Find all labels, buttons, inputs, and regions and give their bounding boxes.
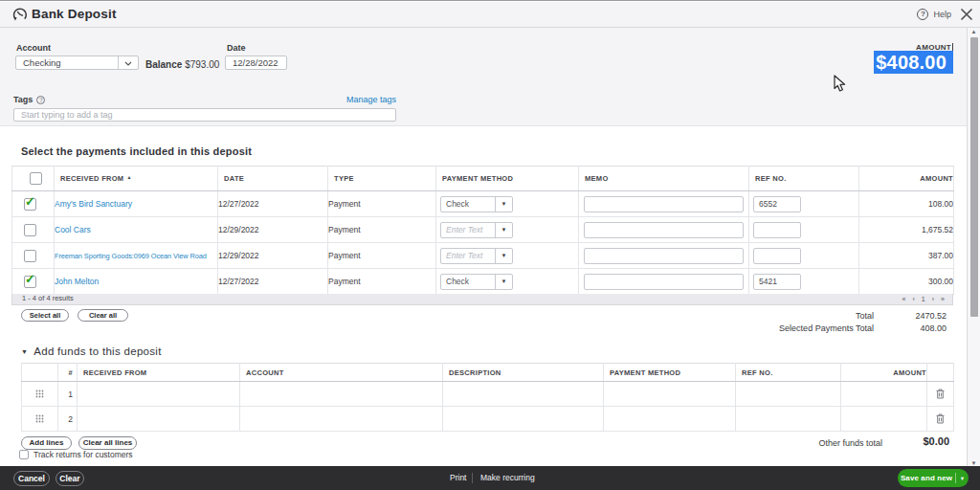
clear-all-lines-button[interactable]: Clear all lines xyxy=(78,436,137,450)
save-and-new-button[interactable]: Save and new ▼ xyxy=(898,469,969,487)
manage-tags-link[interactable]: Manage tags xyxy=(343,95,396,104)
amount-input-selected[interactable]: $408.00 xyxy=(874,51,953,74)
page-number: 1 xyxy=(922,295,925,304)
row-checkbox[interactable] xyxy=(24,224,36,236)
customer-link[interactable]: Freeman Sporting Goods:0969 Ocean View R… xyxy=(55,252,207,260)
add-funds-row: 2 xyxy=(22,407,954,432)
payment-method-select[interactable]: Enter Text▼ xyxy=(440,222,513,238)
payment-amount: 387.00 xyxy=(859,243,954,269)
track-returns-checkbox[interactable] xyxy=(19,450,29,459)
pagination: « ‹ 1 › » xyxy=(902,295,945,304)
cancel-button[interactable]: Cancel xyxy=(13,471,50,486)
clear-all-button[interactable]: Clear all xyxy=(78,309,128,322)
col-received-from[interactable]: RECEIVED FROM▲ xyxy=(55,167,218,191)
ref-no-cell[interactable] xyxy=(736,382,841,407)
memo-input[interactable] xyxy=(584,196,744,212)
scroll-up-icon[interactable]: ▲ xyxy=(968,29,980,34)
payment-method-select[interactable]: Enter Text▼ xyxy=(440,248,513,264)
check-icon: ✓ xyxy=(25,273,35,285)
mouse-cursor xyxy=(834,75,848,93)
memo-input[interactable] xyxy=(584,274,744,290)
page-first-button[interactable]: « xyxy=(902,295,906,304)
payment-date: 12/29/2022 xyxy=(218,243,328,269)
ref-no-input[interactable] xyxy=(753,274,801,290)
payment-method-cell[interactable] xyxy=(604,407,736,432)
ref-no-cell[interactable] xyxy=(736,407,841,432)
tags-help-icon[interactable]: ? xyxy=(36,96,45,104)
ref-no-input[interactable] xyxy=(753,248,801,264)
col-ref-no[interactable]: REF NO. xyxy=(749,167,859,191)
col-memo[interactable]: MEMO xyxy=(579,167,749,191)
col-line-number: # xyxy=(58,364,78,382)
page-prev-button[interactable]: ‹ xyxy=(913,295,915,304)
col-ref-no: REF NO. xyxy=(736,364,841,382)
payment-method-select[interactable]: Check▼ xyxy=(440,196,513,212)
payment-date: 12/27/2022 xyxy=(218,269,328,295)
page-title: Bank Deposit xyxy=(32,2,117,27)
help-button[interactable]: ? Help xyxy=(917,2,951,27)
col-account: ACCOUNT xyxy=(240,364,443,382)
row-checkbox[interactable] xyxy=(24,250,36,262)
account-cell[interactable] xyxy=(240,382,443,407)
amount-cell[interactable] xyxy=(841,382,927,407)
sort-asc-icon: ▲ xyxy=(126,174,131,180)
row-checkbox[interactable]: ✓ xyxy=(24,276,36,288)
add-funds-table: # RECEIVED FROM ACCOUNT DESCRIPTION PAYM… xyxy=(21,363,954,432)
col-amount[interactable]: AMOUNT xyxy=(859,167,954,191)
scrollbar-thumb[interactable] xyxy=(970,37,978,317)
make-recurring-button[interactable]: Make recurring xyxy=(480,466,535,490)
received-from-cell[interactable] xyxy=(78,382,240,407)
col-payment-method[interactable]: PAYMENT METHOD xyxy=(436,167,579,191)
chevron-down-icon[interactable]: ▼ xyxy=(956,476,969,481)
balance-value: $793.00 xyxy=(185,59,219,70)
payment-amount: 108.00 xyxy=(859,191,954,217)
clear-button[interactable]: Clear xyxy=(56,471,84,486)
payment-method-select[interactable]: Check▼ xyxy=(440,274,513,290)
drag-handle-icon[interactable] xyxy=(35,414,44,423)
page-next-button[interactable]: › xyxy=(932,295,934,304)
total-value: 2470.52 xyxy=(915,311,947,321)
customer-link[interactable]: John Melton xyxy=(55,277,99,286)
payment-type: Payment xyxy=(328,191,436,217)
col-date[interactable]: DATE xyxy=(218,167,328,191)
date-input[interactable] xyxy=(225,56,287,70)
close-icon[interactable] xyxy=(961,9,972,20)
line-number: 2 xyxy=(58,407,78,432)
payment-method-cell[interactable] xyxy=(604,382,736,407)
drag-handle-icon[interactable] xyxy=(35,390,44,398)
top-header-bar: Bank Deposit ? Help xyxy=(0,2,980,28)
vertical-scrollbar[interactable]: ▲ ▼ xyxy=(967,28,980,467)
print-button[interactable]: Print xyxy=(450,466,466,490)
trash-icon[interactable] xyxy=(936,389,945,399)
memo-input[interactable] xyxy=(584,222,744,238)
account-label: Account xyxy=(16,43,51,53)
tags-input[interactable] xyxy=(13,108,396,122)
select-all-checkbox[interactable] xyxy=(30,172,42,185)
description-cell[interactable] xyxy=(443,407,604,432)
page-last-button[interactable]: » xyxy=(941,295,945,304)
row-checkbox[interactable]: ✓ xyxy=(24,198,36,211)
add-funds-row: 1 xyxy=(22,382,954,407)
add-funds-heading[interactable]: ▼Add funds to this deposit xyxy=(21,345,162,357)
other-funds-value: $0.00 xyxy=(923,435,949,447)
customer-link[interactable]: Cool Cars xyxy=(55,225,91,234)
received-from-cell[interactable] xyxy=(78,407,240,432)
select-all-button[interactable]: Select all xyxy=(21,309,69,322)
ref-no-input[interactable] xyxy=(753,222,801,238)
account-select[interactable]: Checking xyxy=(15,56,139,70)
ref-no-input[interactable] xyxy=(753,196,801,212)
customer-link[interactable]: Amy's Bird Sanctuary xyxy=(55,199,132,209)
col-payment-method: PAYMENT METHOD xyxy=(604,364,736,382)
amount-cell[interactable] xyxy=(841,407,927,432)
description-cell[interactable] xyxy=(443,382,604,407)
payments-table: RECEIVED FROM▲ DATE TYPE PAYMENT METHOD … xyxy=(11,166,954,295)
track-returns-label: Track returns for customers xyxy=(33,450,133,459)
payment-type: Payment xyxy=(328,243,436,269)
col-type[interactable]: TYPE xyxy=(328,167,436,191)
account-cell[interactable] xyxy=(240,407,443,432)
trash-icon[interactable] xyxy=(936,413,945,424)
recent-transactions-clock-icon[interactable] xyxy=(12,7,28,22)
add-lines-button[interactable]: Add lines xyxy=(21,436,72,450)
col-received-from: RECEIVED FROM xyxy=(78,364,240,382)
memo-input[interactable] xyxy=(584,248,744,264)
